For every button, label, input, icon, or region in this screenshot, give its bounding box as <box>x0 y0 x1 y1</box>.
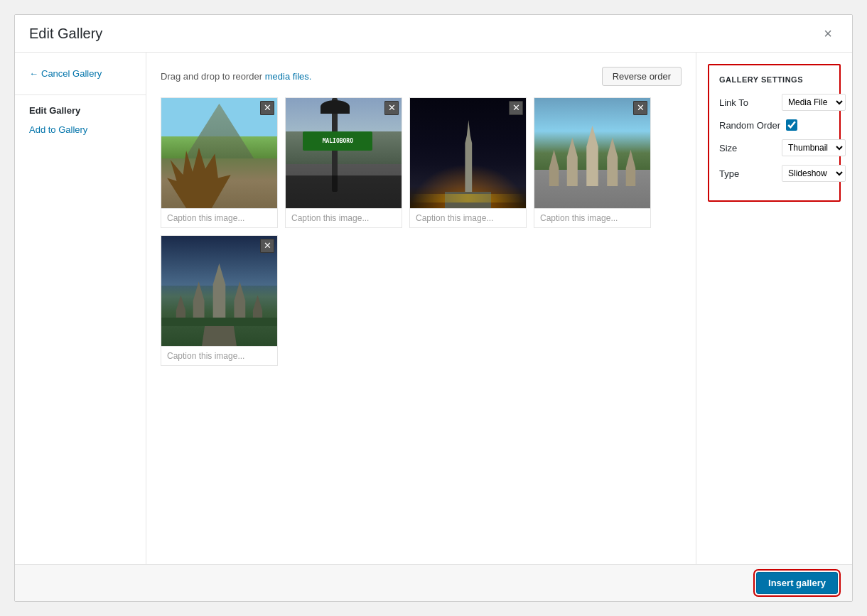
reverse-order-button[interactable]: Reverse order <box>602 67 682 86</box>
gallery-image-4: ✕ <box>534 98 650 208</box>
insert-gallery-button[interactable]: Insert gallery <box>756 572 838 594</box>
lamp-head <box>321 100 350 114</box>
temple-small-left <box>546 150 561 186</box>
gallery-item: ✕ Caption this image... <box>161 235 278 366</box>
gallery-item-3-caption[interactable]: Caption this image... <box>410 208 526 227</box>
settings-title: GALLERY SETTINGS <box>719 75 829 84</box>
modal-body: ← Cancel Gallery Edit Gallery Add to Gal… <box>15 53 852 564</box>
cancel-gallery-link[interactable]: ← Cancel Gallery <box>15 64 146 89</box>
sign-text: MALIOBORO <box>323 138 353 144</box>
t3 <box>209 264 230 324</box>
gallery-item-4-caption[interactable]: Caption this image... <box>534 208 650 227</box>
gallery-image-2: MALIOBORO ✕ <box>286 98 402 208</box>
gallery-grid: ✕ Caption this image... <box>161 97 682 366</box>
remove-image-4-button[interactable]: ✕ <box>633 101 647 115</box>
sidebar-item-edit-gallery[interactable]: Edit Gallery <box>15 101 146 120</box>
random-order-checkbox[interactable] <box>786 119 797 131</box>
gallery-image-5: ✕ <box>161 236 277 346</box>
link-to-row: Link To Media File Attachment Page None … <box>719 94 829 111</box>
size-select[interactable]: Thumbnail Medium Large Full Size <box>782 139 846 156</box>
sidebar: ← Cancel Gallery Edit Gallery Add to Gal… <box>15 53 146 564</box>
gallery-item: ✕ Caption this image... <box>409 97 527 228</box>
modal-header: Edit Gallery × <box>15 15 852 53</box>
temple-mid-right <box>603 138 621 186</box>
remove-image-5-button[interactable]: ✕ <box>260 239 274 253</box>
malioboro-sign: MALIOBORO <box>303 131 372 151</box>
size-row: Size Thumbnail Medium Large Full Size <box>719 139 829 156</box>
drag-info-bar: Drag and drop to reorder media files. Re… <box>161 67 682 86</box>
type-row: Type Slideshow Tiled Mosaic Square Tiles… <box>719 165 829 182</box>
close-button[interactable]: × <box>818 23 838 43</box>
light-streak <box>410 194 526 202</box>
gallery-image-1: ✕ <box>161 98 277 208</box>
settings-panel: GALLERY SETTINGS Link To Media File Atta… <box>696 53 852 564</box>
gallery-item-5-caption[interactable]: Caption this image... <box>161 346 277 365</box>
gallery-item-1-caption[interactable]: Caption this image... <box>161 208 277 227</box>
size-label: Size <box>719 143 776 153</box>
random-order-row: Random Order <box>719 119 829 131</box>
type-select[interactable]: Slideshow Tiled Mosaic Square Tiles Circ… <box>782 165 846 182</box>
gallery-item: ✕ Caption this image... <box>534 97 651 228</box>
settings-panel-inner: GALLERY SETTINGS Link To Media File Atta… <box>708 64 841 202</box>
gallery-item: MALIOBORO ✕ Caption this image... <box>285 97 402 228</box>
temple-small-right <box>623 150 638 186</box>
main-content: Drag and drop to reorder media files. Re… <box>146 53 696 564</box>
temples <box>546 126 638 186</box>
link-to-label: Link To <box>719 97 776 108</box>
type-label: Type <box>719 168 776 179</box>
gallery-item-2-caption[interactable]: Caption this image... <box>286 208 402 227</box>
crowd <box>286 175 402 209</box>
remove-image-1-button[interactable]: ✕ <box>260 101 274 115</box>
modal-footer: Insert gallery <box>15 564 852 601</box>
sidebar-divider <box>15 94 146 95</box>
temple-mid-left <box>564 138 581 186</box>
remove-image-3-button[interactable]: ✕ <box>509 101 523 115</box>
sidebar-item-add-to-gallery[interactable]: Add to Gallery <box>15 120 146 139</box>
cancel-gallery-label: Cancel Gallery <box>41 68 102 79</box>
bushes <box>161 318 277 326</box>
gallery-item: ✕ Caption this image... <box>161 97 278 228</box>
prambanan-temples <box>167 264 271 324</box>
link-to-select[interactable]: Media File Attachment Page None Custom U… <box>782 94 846 111</box>
drag-info-text: Drag and drop to reorder media files. <box>161 71 311 82</box>
modal-title: Edit Gallery <box>29 26 102 42</box>
temple-center <box>583 126 602 186</box>
gallery-image-3: ✕ <box>410 98 526 208</box>
media-files-highlight: media files. <box>265 71 312 82</box>
back-arrow-icon: ← <box>29 68 38 79</box>
random-order-label: Random Order <box>719 120 780 131</box>
remove-image-2-button[interactable]: ✕ <box>384 101 399 115</box>
